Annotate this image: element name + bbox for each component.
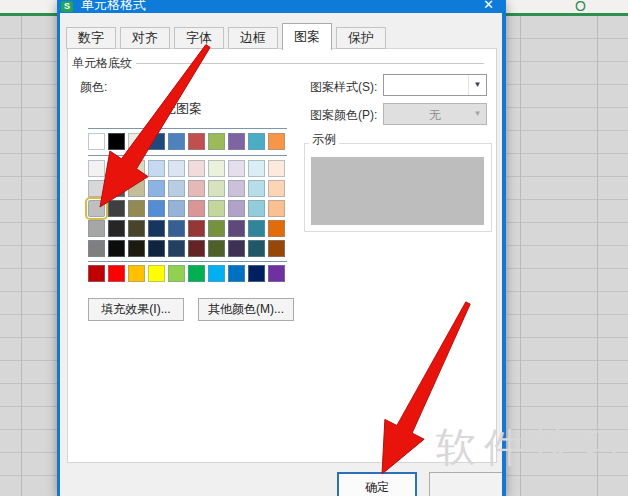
- color-swatch[interactable]: [208, 133, 225, 150]
- color-swatch[interactable]: [248, 200, 265, 217]
- palette-divider: [88, 155, 287, 156]
- cancel-button[interactable]: [429, 472, 506, 496]
- tab-number[interactable]: 数字: [66, 27, 116, 49]
- color-swatch[interactable]: [168, 133, 185, 150]
- color-swatch[interactable]: [88, 160, 105, 177]
- color-swatch[interactable]: [268, 220, 285, 237]
- color-swatch[interactable]: [228, 200, 245, 217]
- color-label: 颜色:: [80, 79, 107, 96]
- column-header-o: O: [575, 0, 586, 14]
- color-swatch[interactable]: [148, 220, 165, 237]
- color-swatch-selected[interactable]: [88, 200, 105, 217]
- tab-alignment[interactable]: 对齐: [120, 27, 170, 49]
- color-swatch[interactable]: [168, 200, 185, 217]
- watermark-text: 软件技巧: [436, 420, 628, 475]
- sample-label: 示例: [309, 131, 339, 148]
- color-swatch[interactable]: [228, 180, 245, 197]
- chevron-down-icon[interactable]: ▼: [468, 75, 486, 95]
- ok-button[interactable]: 确定: [337, 472, 417, 496]
- color-swatch[interactable]: [168, 160, 185, 177]
- color-swatch[interactable]: [228, 133, 245, 150]
- color-swatch[interactable]: [128, 133, 145, 150]
- color-swatch[interactable]: [208, 160, 225, 177]
- color-swatch[interactable]: [248, 133, 265, 150]
- color-swatch[interactable]: [108, 240, 125, 257]
- color-swatch[interactable]: [108, 160, 125, 177]
- pattern-style-dropdown[interactable]: ▼: [383, 74, 487, 96]
- color-swatch[interactable]: [148, 180, 165, 197]
- color-swatch[interactable]: [108, 200, 125, 217]
- color-swatch[interactable]: [148, 133, 165, 150]
- color-swatch[interactable]: [228, 160, 245, 177]
- color-swatch[interactable]: [208, 265, 225, 282]
- color-swatch[interactable]: [208, 200, 225, 217]
- group-divider: [136, 63, 484, 64]
- tab-border[interactable]: 边框: [228, 27, 278, 49]
- color-swatch[interactable]: [228, 240, 245, 257]
- color-swatch[interactable]: [108, 220, 125, 237]
- color-swatch[interactable]: [88, 240, 105, 257]
- color-swatch[interactable]: [268, 160, 285, 177]
- color-swatch[interactable]: [248, 240, 265, 257]
- color-swatch[interactable]: [268, 200, 285, 217]
- color-swatch[interactable]: [268, 265, 285, 282]
- tab-pattern[interactable]: 图案: [282, 23, 332, 50]
- fill-effects-button[interactable]: 填充效果(I)...: [88, 298, 184, 321]
- color-swatch[interactable]: [188, 265, 205, 282]
- color-swatch[interactable]: [108, 265, 125, 282]
- color-swatch[interactable]: [148, 240, 165, 257]
- color-swatch[interactable]: [248, 160, 265, 177]
- color-swatch[interactable]: [188, 200, 205, 217]
- color-swatch[interactable]: [148, 265, 165, 282]
- color-swatch[interactable]: [88, 265, 105, 282]
- color-swatch[interactable]: [168, 265, 185, 282]
- color-swatch[interactable]: [188, 240, 205, 257]
- color-swatch[interactable]: [248, 220, 265, 237]
- color-swatch[interactable]: [108, 133, 125, 150]
- wps-app-icon: S: [61, 1, 73, 12]
- color-swatch[interactable]: [188, 133, 205, 150]
- tab-protection[interactable]: 保护: [336, 27, 386, 49]
- color-swatch[interactable]: [228, 265, 245, 282]
- pattern-color-dropdown: 无 ▼: [383, 103, 487, 125]
- tab-font[interactable]: 字体: [174, 27, 224, 49]
- color-swatch[interactable]: [108, 180, 125, 197]
- color-swatch[interactable]: [88, 220, 105, 237]
- color-swatch[interactable]: [128, 220, 145, 237]
- color-swatch[interactable]: [248, 180, 265, 197]
- color-swatch[interactable]: [188, 160, 205, 177]
- color-swatch[interactable]: [268, 240, 285, 257]
- color-swatch[interactable]: [128, 240, 145, 257]
- color-swatch[interactable]: [268, 133, 285, 150]
- dialog-titlebar[interactable]: S 单元格格式 ✕: [57, 0, 506, 13]
- color-swatch[interactable]: [128, 200, 145, 217]
- screen: O S 单元格格式 ✕ 数字 对齐 字体 边框 图案 保护 单元格底纹 颜色: …: [0, 0, 628, 496]
- palette-divider: [88, 128, 287, 129]
- color-swatch[interactable]: [128, 180, 145, 197]
- sample-preview: [311, 157, 484, 225]
- color-swatch[interactable]: [148, 160, 165, 177]
- cell-shading-group: 单元格底纹: [72, 55, 492, 72]
- other-colors-button[interactable]: 其他颜色(M)...: [198, 298, 294, 321]
- close-icon[interactable]: ✕: [483, 0, 494, 12]
- color-swatch[interactable]: [168, 240, 185, 257]
- color-swatch[interactable]: [228, 220, 245, 237]
- color-grid: [88, 128, 288, 286]
- color-swatch[interactable]: [168, 220, 185, 237]
- color-swatch[interactable]: [128, 160, 145, 177]
- color-swatch[interactable]: [208, 180, 225, 197]
- color-swatch[interactable]: [88, 180, 105, 197]
- sheet-cells-left[interactable]: [0, 16, 57, 496]
- color-swatch[interactable]: [268, 180, 285, 197]
- color-swatch[interactable]: [188, 180, 205, 197]
- color-swatch[interactable]: [188, 220, 205, 237]
- color-swatch[interactable]: [208, 220, 225, 237]
- no-pattern-option[interactable]: 无图案: [163, 100, 202, 118]
- color-swatch[interactable]: [88, 133, 105, 150]
- dialog-title: 单元格格式: [81, 0, 146, 13]
- color-swatch[interactable]: [208, 240, 225, 257]
- color-swatch[interactable]: [248, 265, 265, 282]
- color-swatch[interactable]: [128, 265, 145, 282]
- color-swatch[interactable]: [148, 200, 165, 217]
- color-swatch[interactable]: [168, 180, 185, 197]
